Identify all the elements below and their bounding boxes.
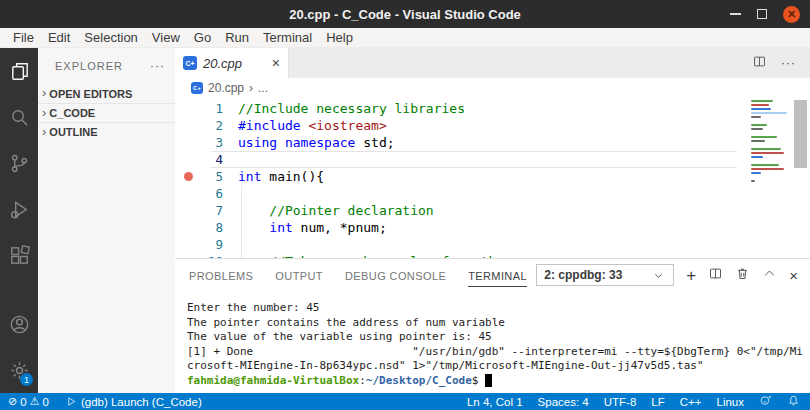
breakpoint-icon[interactable]: [184, 172, 193, 181]
code-text: #include <iostream>: [223, 118, 387, 133]
maximize-panel-chevron-up-icon[interactable]: [762, 266, 777, 285]
code-line-2[interactable]: 2#include <iostream>: [175, 117, 810, 134]
status-item-utf-8[interactable]: UTF-8: [604, 396, 637, 408]
code-line-10[interactable]: 10 //Take a number value from the user: [175, 253, 810, 258]
chevron-right-icon: ›: [42, 85, 46, 100]
problems-indicator[interactable]: ⊘ 0 ⚠ 0: [8, 395, 49, 408]
status-item-lf[interactable]: LF: [651, 396, 664, 408]
menu-item-go[interactable]: Go: [187, 30, 218, 45]
minimap-line: [751, 112, 787, 114]
status-item-ln-4-col-1[interactable]: Ln 4, Col 1: [467, 396, 523, 408]
code-line-8[interactable]: 8 int num, *pnum;: [175, 219, 810, 236]
files-icon: [8, 60, 31, 83]
menu-item-run[interactable]: Run: [218, 30, 256, 45]
editor-more-actions-icon[interactable]: ···: [781, 56, 796, 70]
close-panel-icon[interactable]: ×: [789, 268, 798, 283]
minimap-line: [751, 100, 773, 102]
terminal-selector-dropdown[interactable]: 2: cppdbg: 33: [536, 264, 674, 286]
minimize-icon[interactable]: [730, 13, 741, 15]
activity-extensions-button[interactable]: [0, 232, 38, 278]
code-line-9[interactable]: 9: [175, 236, 810, 253]
tab-label: 20.cpp: [203, 56, 242, 71]
panel-tab-problems[interactable]: PROBLEMS: [189, 264, 253, 287]
sidebar-section-c-code[interactable]: ›C_CODE: [38, 103, 175, 122]
split-editor-icon[interactable]: [752, 54, 767, 73]
editor-tab-bar: C+ 20.cpp × ···: [175, 48, 810, 78]
code-text: //Take a number value from the user: [223, 254, 543, 258]
tab-20cpp[interactable]: C+ 20.cpp ×: [175, 48, 289, 78]
minimap-line: [751, 104, 769, 106]
menu-item-edit[interactable]: Edit: [41, 30, 77, 45]
activity-settings-button[interactable]: 1: [0, 347, 38, 393]
code-line-7[interactable]: 7 //Pointer declaration: [175, 202, 810, 219]
activity-account-button[interactable]: [0, 301, 38, 347]
status-item-c++[interactable]: C++: [680, 396, 702, 408]
code-line-6[interactable]: 6: [175, 185, 810, 202]
line-number: 5: [201, 169, 223, 184]
sidebar-section-open-editors[interactable]: ›OPEN EDITORS: [38, 84, 175, 103]
panel-tab-debug-console[interactable]: DEBUG CONSOLE: [345, 264, 446, 287]
status-item-linux[interactable]: Linux: [717, 396, 745, 408]
menu-item-terminal[interactable]: Terminal: [256, 30, 319, 45]
activity-search-button[interactable]: [0, 94, 38, 140]
debug-launch-status[interactable]: (gdb) Launch (C_Code): [66, 396, 202, 408]
minimap-line: [751, 136, 777, 138]
error-icon: ⊘: [8, 395, 17, 408]
minimap[interactable]: [751, 100, 787, 184]
menu-item-view[interactable]: View: [145, 30, 187, 45]
code-text: //Include necessary libraries: [223, 101, 465, 116]
code-editor[interactable]: 1//Include necessary libraries2#include …: [175, 98, 810, 258]
menu-item-file[interactable]: File: [6, 30, 41, 45]
status-item-spaces-4[interactable]: Spaces: 4: [538, 396, 589, 408]
tab-close-icon[interactable]: ×: [272, 55, 280, 71]
activity-run-and-debug-button[interactable]: [0, 186, 38, 232]
maximize-icon[interactable]: [757, 9, 767, 19]
cpp-file-icon: C+: [191, 82, 203, 94]
search-icon: [8, 106, 31, 129]
account-icon: [8, 313, 31, 336]
gutter-glyph-margin[interactable]: [175, 172, 201, 181]
activity-source-control-button[interactable]: [0, 140, 38, 186]
line-number: 2: [201, 118, 223, 133]
menu-bar: FileEditSelectionViewGoRunTerminalHelp: [0, 28, 810, 48]
terminal-line: crosoft-MIEngine-In-8p634ypc.nsd" 1>"/tm…: [187, 359, 810, 374]
split-terminal-icon[interactable]: [708, 266, 723, 285]
code-text: int main(){: [223, 169, 324, 184]
new-terminal-icon[interactable]: +: [686, 267, 696, 284]
menu-item-selection[interactable]: Selection: [77, 30, 144, 45]
terminal-selector-value: 2: cppdbg: 33: [544, 268, 647, 282]
activity-explorer-button[interactable]: [0, 48, 38, 94]
run-debug-icon: [8, 198, 31, 221]
terminal-output[interactable]: Enter the number: 45The pointer contains…: [175, 291, 810, 393]
line-number: 6: [201, 186, 223, 201]
editor-scrollbar[interactable]: [794, 100, 807, 168]
breadcrumb-file[interactable]: 20.cpp: [208, 81, 244, 95]
notifications-bell-icon[interactable]: [787, 394, 800, 409]
sidebar-more-actions-icon[interactable]: ···: [150, 59, 165, 73]
close-icon[interactable]: ✕: [783, 6, 800, 23]
code-line-5[interactable]: 5int main(){: [175, 168, 810, 185]
code-line-1[interactable]: 1//Include necessary libraries: [175, 100, 810, 117]
kill-terminal-trash-icon[interactable]: [735, 266, 750, 285]
code-text: //Pointer declaration: [223, 203, 434, 218]
status-bar: ⊘ 0 ⚠ 0 (gdb) Launch (C_Code) Ln 4, Col …: [0, 393, 810, 410]
line-number: 9: [201, 237, 223, 252]
terminal-line: [1] + Done "/usr/bin/gdb" --interpreter=…: [187, 345, 810, 360]
extensions-icon: [8, 244, 31, 267]
error-count: 0: [20, 396, 26, 408]
code-line-4[interactable]: 4: [175, 151, 810, 168]
breadcrumb-symbol[interactable]: ...: [258, 81, 268, 95]
panel-tab-output[interactable]: OUTPUT: [275, 264, 323, 287]
code-line-3[interactable]: 3using namespace std;: [175, 134, 810, 151]
feedback-icon[interactable]: [759, 394, 772, 409]
vscode-window: 20.cpp - C_Code - Visual Studio Code ✕ F…: [0, 0, 810, 410]
sidebar-section-outline[interactable]: ›OUTLINE: [38, 122, 175, 141]
panel-tab-terminal[interactable]: TERMINAL: [468, 264, 527, 287]
minimap-line: [751, 148, 781, 150]
warning-icon: ⚠: [30, 395, 40, 408]
terminal-cursor: [485, 374, 492, 387]
breadcrumb[interactable]: C+ 20.cpp › ...: [175, 78, 810, 98]
menu-item-help[interactable]: Help: [319, 30, 360, 45]
chevron-right-icon: ›: [42, 124, 46, 139]
activity-bar: 1: [0, 48, 38, 393]
